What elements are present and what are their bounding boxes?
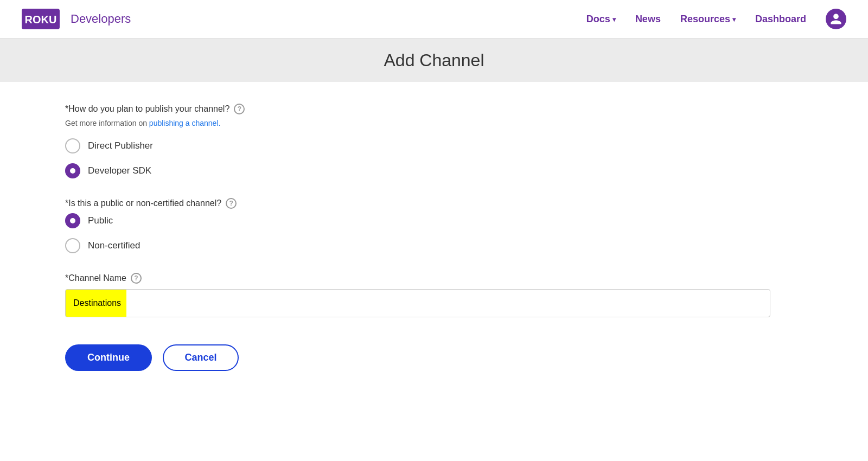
radio-developer-sdk-label: Developer SDK [88, 165, 151, 176]
channel-name-help-icon[interactable]: ? [131, 273, 142, 284]
publish-subtext-link[interactable]: publishing a channel. [149, 119, 221, 127]
channel-type-section: *Is this a public or non-certified chann… [65, 198, 770, 253]
user-avatar[interactable] [826, 9, 846, 29]
page-header: Add Channel [0, 39, 868, 82]
form-section: *How do you plan to publish your channel… [65, 104, 770, 371]
channel-name-input-wrapper [65, 289, 770, 317]
cancel-button[interactable]: Cancel [163, 344, 239, 371]
radio-non-certified-circle[interactable] [65, 238, 80, 253]
radio-public[interactable]: Public [65, 213, 770, 228]
brand-text: Developers [71, 12, 131, 26]
radio-developer-sdk[interactable]: Developer SDK [65, 163, 770, 178]
radio-direct-publisher-label: Direct Publisher [88, 140, 153, 151]
radio-public-label: Public [88, 215, 113, 226]
nav-resources[interactable]: Resources ▾ [680, 14, 736, 25]
page-title: Add Channel [384, 50, 484, 71]
channel-type-help-icon[interactable]: ? [226, 198, 237, 209]
roku-logo[interactable]: ROKU [22, 9, 60, 29]
button-row: Continue Cancel [65, 344, 770, 371]
channel-type-radio-group: Public Non-certified [65, 213, 770, 253]
continue-button[interactable]: Continue [65, 344, 152, 371]
publish-subtext: Get more information on publishing a cha… [65, 119, 770, 127]
svg-text:ROKU: ROKU [25, 14, 57, 25]
channel-name-label: *Channel Name ? [65, 273, 770, 284]
publish-question-label: *How do you plan to publish your channel… [65, 104, 770, 114]
radio-developer-sdk-circle[interactable] [65, 163, 80, 178]
docs-chevron-icon: ▾ [612, 16, 616, 23]
radio-direct-publisher-circle[interactable] [65, 138, 80, 153]
nav-news[interactable]: News [635, 14, 661, 25]
nav-docs[interactable]: Docs ▾ [586, 14, 616, 25]
publish-radio-group: Direct Publisher Developer SDK [65, 138, 770, 178]
header-left: ROKU Developers [22, 9, 131, 29]
radio-public-circle[interactable] [65, 213, 80, 228]
site-header: ROKU Developers Docs ▾ News Resources ▾ … [0, 0, 868, 39]
channel-name-section: *Channel Name ? [65, 273, 770, 317]
radio-non-certified[interactable]: Non-certified [65, 238, 770, 253]
nav-dashboard[interactable]: Dashboard [755, 14, 806, 25]
publish-help-icon[interactable]: ? [234, 104, 245, 114]
channel-name-input[interactable] [65, 289, 770, 317]
radio-non-certified-label: Non-certified [88, 240, 140, 251]
publish-section: *How do you plan to publish your channel… [65, 104, 770, 178]
resources-chevron-icon: ▾ [732, 16, 736, 23]
main-nav: Docs ▾ News Resources ▾ Dashboard [586, 9, 846, 29]
channel-type-question-label: *Is this a public or non-certified chann… [65, 198, 770, 209]
radio-direct-publisher[interactable]: Direct Publisher [65, 138, 770, 153]
main-content: *How do you plan to publish your channel… [0, 82, 868, 461]
